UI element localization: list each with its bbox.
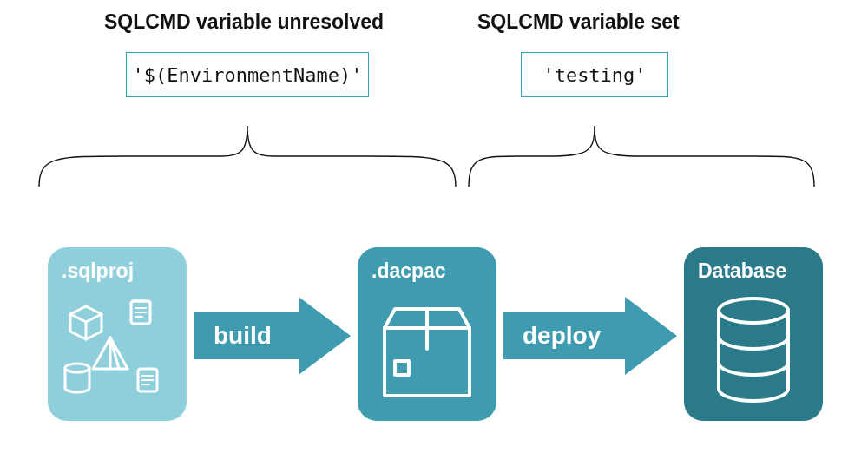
- card-dacpac-title: .dacpac: [372, 259, 446, 283]
- scroll-icon-2: [138, 369, 157, 391]
- package-box-icon: [372, 290, 483, 409]
- card-database: Database: [684, 247, 823, 421]
- svg-marker-9: [194, 297, 351, 375]
- card-sqlproj-title: .sqlproj: [62, 259, 134, 283]
- svg-point-14: [719, 299, 788, 323]
- heading-set: SQLCMD variable set: [477, 10, 680, 34]
- arrow-build: build: [194, 297, 351, 375]
- arrow-deploy: deploy: [503, 297, 677, 375]
- arrow-right-icon: [503, 297, 677, 375]
- database-icon: [698, 290, 809, 409]
- variable-unresolved-box: '$(EnvironmentName)': [126, 52, 369, 97]
- brace-right: [460, 117, 823, 195]
- heading-unresolved: SQLCMD variable unresolved: [104, 10, 384, 34]
- pyramid-icon: [93, 338, 128, 369]
- scroll-icon: [131, 301, 150, 324]
- card-database-title: Database: [698, 259, 786, 283]
- cylinder-icon: [65, 364, 89, 392]
- svg-marker-13: [503, 297, 677, 375]
- variable-set-box: 'testing': [521, 52, 668, 97]
- svg-point-4: [65, 364, 89, 372]
- card-sqlproj: .sqlproj: [48, 247, 187, 421]
- arrow-right-icon: [194, 297, 351, 375]
- cube-icon: [70, 306, 102, 339]
- sqlproj-icon-group: [62, 290, 173, 409]
- brace-left: [30, 117, 464, 195]
- svg-rect-12: [395, 361, 409, 375]
- card-dacpac: .dacpac: [358, 247, 496, 421]
